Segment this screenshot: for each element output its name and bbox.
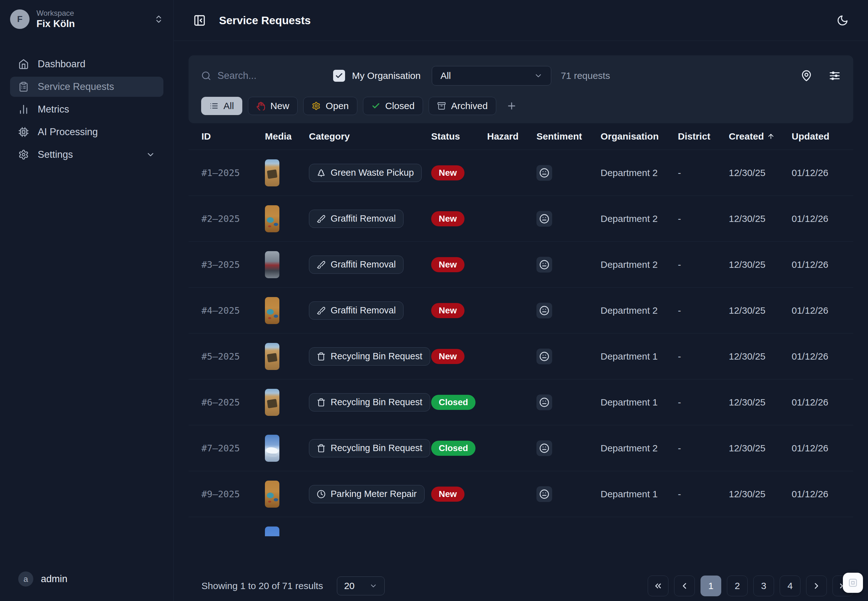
organisation-filter-value: All [440,70,451,81]
sidebar-item-label: Dashboard [38,58,85,70]
request-id: #5–2025 [201,351,265,362]
requests-count: 71 requests [560,70,610,81]
media-thumbnail[interactable] [265,251,279,278]
clock-icon [317,490,326,499]
sentiment-button[interactable] [536,165,552,181]
status-badge: Closed [431,441,475,456]
column-header-district[interactable]: District [678,131,729,142]
category-badge[interactable]: Recycling Bin Request [309,393,430,412]
meh-face-icon [539,259,549,270]
created-cell: 12/30/25 [729,214,792,224]
sentiment-button[interactable] [536,303,552,319]
media-thumbnail[interactable] [265,526,279,536]
media-thumbnail[interactable] [265,435,279,462]
column-header-updated[interactable]: Updated [792,131,853,142]
workspace-name: Fix Köln [37,18,147,29]
sidebar-collapse-button[interactable] [193,14,206,27]
table-row[interactable]: #4–2025 Graffiti Removal New Department … [189,287,853,333]
tree-icon [317,168,326,177]
page-button-3[interactable]: 3 [753,575,774,596]
media-thumbnail[interactable] [265,205,279,232]
sidebar-item-ai-processing[interactable]: AI Processing [10,122,163,142]
meh-face-icon [539,305,549,316]
column-header-status[interactable]: Status [431,131,487,142]
column-header-category[interactable]: Category [309,131,431,142]
district-cell: - [678,351,729,362]
column-header-created[interactable]: Created [729,131,792,142]
category-badge[interactable]: Parking Meter Repair [309,485,425,503]
meh-face-icon [539,489,549,499]
table-row[interactable]: #3–2025 Graffiti Removal New Department … [189,241,853,287]
category-badge[interactable]: Graffiti Removal [309,302,404,320]
add-tab-button[interactable] [502,97,521,115]
media-thumbnail[interactable] [265,389,279,416]
table-row[interactable]: #6–2025 Recycling Bin Request Closed Dep… [189,379,853,425]
organisation-filter-select[interactable]: All [432,66,551,85]
tab-open[interactable]: Open [303,97,357,115]
column-header-hazard[interactable]: Hazard [487,131,536,142]
sentiment-button[interactable] [536,257,552,273]
previous-page-button[interactable] [674,575,695,596]
sidebar-item-service-requests[interactable]: Service Requests [10,77,163,97]
table-row[interactable]: #5–2025 Recycling Bin Request New Depart… [189,333,853,379]
bar-chart-icon [18,104,29,115]
column-header-sentiment[interactable]: Sentiment [536,131,600,142]
status-badge: Closed [431,395,475,410]
page-button-1[interactable]: 1 [700,575,721,596]
tab-archived[interactable]: Archived [429,97,496,115]
district-cell: - [678,397,729,408]
media-thumbnail[interactable] [265,159,279,186]
status-badge: New [431,487,464,502]
district-cell: - [678,214,729,224]
category-badge[interactable]: Recycling Bin Request [309,439,430,458]
page-button-4[interactable]: 4 [780,575,800,596]
user-menu[interactable]: a admin [10,572,163,592]
tab-closed[interactable]: Closed [363,97,423,115]
category-badge[interactable]: Green Waste Pickup [309,164,422,182]
chevrons-up-down-icon [154,14,163,24]
page-size-select[interactable]: 20 [337,577,385,595]
check-icon [372,102,380,110]
sentiment-button[interactable] [536,211,552,227]
clipboard-icon [18,81,29,92]
widget-button[interactable] [843,573,863,593]
table-row[interactable]: #2–2025 Graffiti Removal New Department … [189,195,853,241]
sentiment-button[interactable] [536,395,552,410]
search-input[interactable] [218,70,293,81]
sidebar-item-metrics[interactable]: Metrics [10,99,163,119]
page-button-2[interactable]: 2 [727,575,748,596]
next-page-button[interactable] [806,575,827,596]
workspace-switcher[interactable]: F Workspace Fix Köln [10,9,163,29]
column-header-id[interactable]: ID [201,131,265,142]
first-page-button[interactable] [648,575,669,596]
trash-icon [317,398,326,407]
media-thumbnail[interactable] [265,480,279,508]
home-icon [18,59,29,69]
sentiment-button[interactable] [536,440,552,456]
column-header-organisation[interactable]: Organisation [600,131,678,142]
gear-icon [312,102,321,110]
sidebar-item-dashboard[interactable]: Dashboard [10,54,163,74]
category-badge[interactable]: Recycling Bin Request [309,347,430,366]
category-badge[interactable]: Graffiti Removal [309,256,404,274]
media-thumbnail[interactable] [265,297,279,324]
chevron-down-icon [146,150,155,159]
table-row-partial[interactable] [189,517,853,536]
category-badge[interactable]: Graffiti Removal [309,210,404,228]
tab-new[interactable]: New [248,97,298,115]
district-cell: - [678,489,729,499]
table-row[interactable]: #1–2025 Green Waste Pickup New Departmen… [189,149,853,195]
tab-all[interactable]: All [201,97,242,115]
sliders-icon[interactable] [829,70,841,82]
dark-mode-toggle[interactable] [837,14,848,26]
my-organisation-checkbox[interactable]: My Organisation [333,70,420,82]
table-row[interactable]: #9–2025 Parking Meter Repair New Departm… [189,471,853,517]
column-header-media[interactable]: Media [265,131,309,142]
table-row[interactable]: #7–2025 Recycling Bin Request Closed Dep… [189,425,853,471]
top-bar: Service Requests [174,0,868,41]
sentiment-button[interactable] [536,486,552,502]
map-pin-icon[interactable] [800,70,812,82]
sentiment-button[interactable] [536,349,552,364]
media-thumbnail[interactable] [265,343,279,370]
sidebar-item-settings[interactable]: Settings [10,145,163,165]
